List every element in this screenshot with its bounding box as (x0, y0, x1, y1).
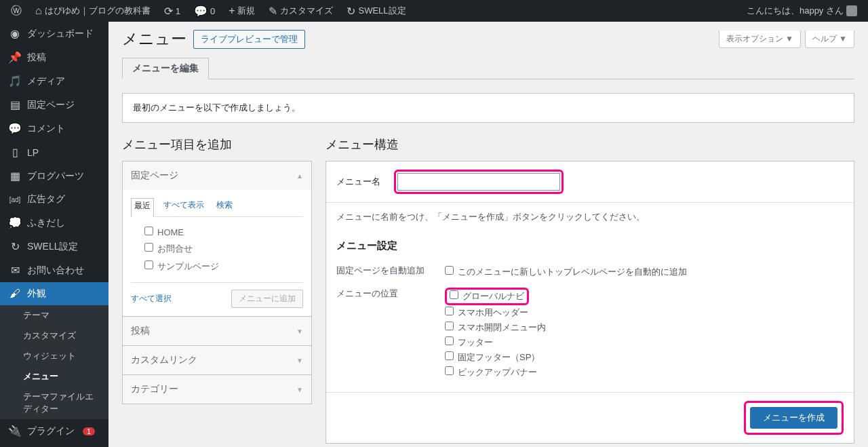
inner-tab-recent[interactable]: 最近 (131, 198, 154, 217)
submenu-menus[interactable]: メニュー (0, 366, 108, 387)
location-pickup[interactable]: ピックアップバナー (445, 365, 844, 380)
location-sp-header[interactable]: スマホ用ヘッダー (445, 305, 844, 320)
sidebar-item-plugins[interactable]: 🔌プラグイン1 (0, 419, 108, 443)
accordion-categories-label: カテゴリー (131, 383, 178, 395)
swell-settings-link[interactable]: ↻SWELL設定 (341, 0, 411, 22)
update-icon: ⟳ (164, 5, 173, 18)
dashboard-icon: ◉ (8, 27, 22, 40)
page-item-label: サンプルページ (157, 261, 219, 271)
sidebar-item-contact[interactable]: ✉お問い合わせ (0, 258, 108, 282)
page-item-home[interactable]: HOME (131, 224, 303, 240)
parts-icon: ▦ (8, 170, 22, 182)
select-all-link[interactable]: すべて選択 (131, 293, 172, 305)
location-global-nav[interactable]: グローバルナビ (450, 290, 524, 303)
auto-add-checkbox[interactable] (445, 266, 454, 275)
submenu-theme-editor[interactable]: テーマファイルエディター (0, 387, 108, 419)
comment-icon: 💬 (8, 122, 22, 135)
sidebar-item-dashboard[interactable]: ◉ダッシュボード (0, 22, 108, 45)
comments-count: 0 (210, 6, 215, 16)
site-name-link[interactable]: ⌂はぴゆめ｜ブログの教科書 (30, 0, 156, 22)
help-button[interactable]: ヘルプ ▼ (805, 31, 854, 48)
sidebar-item-blogparts[interactable]: ▦ブログパーツ (0, 164, 108, 188)
submenu-themes[interactable]: テーマ (0, 305, 108, 326)
location-checkbox-fixed-footer[interactable] (445, 351, 454, 360)
menu-settings-heading: メニュー設定 (336, 239, 844, 252)
submenu-widgets[interactable]: ウィジェット (0, 346, 108, 366)
wp-logo[interactable]: ⓦ (5, 0, 27, 22)
auto-add-option[interactable]: このメニューに新しいトップレベルページを自動的に追加 (445, 265, 844, 279)
admin-sidebar: ◉ダッシュボード 📌投稿 🎵メディア ▤固定ページ 💬コメント ▯LP ▦ブログ… (0, 22, 108, 447)
location-checkbox-global[interactable] (450, 290, 458, 299)
swell-icon: ↻ (8, 240, 22, 253)
sidebar-label: ブログパーツ (27, 170, 84, 182)
location-footer[interactable]: フッター (445, 335, 844, 350)
page-checkbox-contact[interactable] (144, 243, 153, 252)
brush-icon: 🖌 (8, 288, 22, 300)
add-to-menu-button[interactable]: メニューに追加 (231, 290, 303, 308)
page-checkbox-sample[interactable] (144, 260, 153, 269)
lp-icon: ▯ (8, 146, 22, 159)
submenu-customize[interactable]: カスタマイズ (0, 326, 108, 346)
create-menu-button[interactable]: メニューを作成 (750, 407, 837, 429)
sidebar-item-swell[interactable]: ↻SWELL設定 (0, 235, 108, 258)
sidebar-item-lp[interactable]: ▯LP (0, 140, 108, 164)
location-checkbox-footer[interactable] (445, 336, 454, 345)
page-item-sample[interactable]: サンプルページ (131, 258, 303, 275)
location-text: 固定フッター（SP） (458, 352, 540, 362)
add-items-heading: メニュー項目を追加 (122, 136, 312, 153)
customize-link[interactable]: ✎カスタマイズ (263, 0, 338, 22)
menu-instruction-text: メニューに名前をつけ、「メニューを作成」ボタンをクリックしてください。 (326, 203, 854, 231)
location-checkbox-pickup[interactable] (445, 366, 454, 375)
page-checkbox-home[interactable] (144, 227, 153, 235)
page-item-label: お問合せ (157, 244, 193, 254)
accordion-posts-header[interactable]: 投稿 ▼ (123, 317, 311, 345)
sidebar-item-balloon[interactable]: 💭ふきだし (0, 211, 108, 235)
sidebar-item-posts[interactable]: 📌投稿 (0, 45, 108, 69)
updates-link[interactable]: ⟳1 (159, 0, 186, 22)
page-item-contact[interactable]: お問合せ (131, 240, 303, 258)
first-menu-notice: 最初のメニューを以下で作成しましょう。 (122, 93, 854, 123)
comments-link[interactable]: 💬0 (189, 0, 220, 22)
sidebar-label: お問い合わせ (27, 265, 84, 277)
location-fixed-footer[interactable]: 固定フッター（SP） (445, 350, 844, 365)
accordion-pages-header[interactable]: 固定ページ ▲ (123, 161, 311, 190)
screen-options-button[interactable]: 表示オプション ▼ (719, 31, 801, 48)
inner-tab-search[interactable]: 検索 (214, 198, 235, 212)
location-checkbox-sp-drawer[interactable] (445, 322, 454, 330)
inner-tab-all[interactable]: すべて表示 (161, 198, 207, 212)
accordion-custom-header[interactable]: カスタムリンク ▼ (123, 346, 311, 374)
new-content-link[interactable]: +新規 (223, 0, 260, 22)
sidebar-item-adtag[interactable]: [ad]広告タグ (0, 188, 108, 211)
customize-label: カスタマイズ (280, 5, 333, 17)
sidebar-label: 広告タグ (27, 193, 65, 206)
user-greeting[interactable]: こんにちは、happy さん (741, 0, 863, 22)
location-sp-drawer[interactable]: スマホ開閉メニュー内 (445, 320, 844, 335)
highlight-global-nav: グローバルナビ (445, 288, 529, 305)
swell-icon: ↻ (347, 5, 355, 18)
sidebar-label: SWELL設定 (27, 241, 78, 253)
sidebar-item-comments[interactable]: 💬コメント (0, 117, 108, 140)
sidebar-item-pages[interactable]: ▤固定ページ (0, 93, 108, 117)
admin-toolbar: ⓦ ⌂はぴゆめ｜ブログの教科書 ⟳1 💬0 +新規 ✎カスタマイズ ↻SWELL… (0, 0, 868, 22)
location-checkbox-sp-header[interactable] (445, 307, 454, 315)
tab-edit-menu[interactable]: メニューを編集 (122, 58, 209, 79)
sidebar-label: メディア (27, 75, 65, 88)
sidebar-label: 固定ページ (27, 99, 75, 111)
auto-add-label: 固定ページを自動追加 (336, 265, 445, 277)
live-preview-button[interactable]: ライブプレビューで管理 (193, 30, 305, 49)
menu-items-accordion: 固定ページ ▲ 最近 すべて表示 検索 HOME お問合せ サンプルページ (122, 161, 312, 404)
page-item-label: HOME (157, 227, 184, 237)
accordion-categories-header[interactable]: カテゴリー ▼ (123, 375, 311, 404)
sidebar-item-appearance[interactable]: 🖌外観 (0, 282, 108, 305)
location-text: フッター (458, 337, 493, 347)
auto-add-text: このメニューに新しいトップレベルページを自動的に追加 (458, 267, 687, 277)
sidebar-item-media[interactable]: 🎵メディア (0, 69, 108, 93)
sidebar-label: プラグイン (27, 425, 75, 438)
sidebar-item-users[interactable]: 👤ユーザー (0, 443, 108, 447)
menu-name-input[interactable] (397, 173, 560, 191)
plus-icon: + (229, 5, 235, 17)
ad-icon: [ad] (8, 196, 22, 203)
page-icon: ▤ (8, 98, 22, 111)
updates-count: 1 (176, 6, 180, 16)
sidebar-label: 外観 (27, 288, 46, 300)
